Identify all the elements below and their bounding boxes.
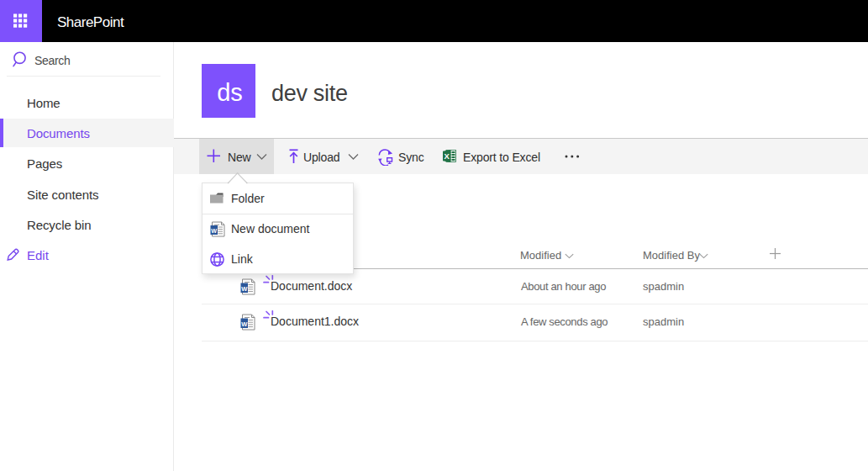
- svg-text:W: W: [241, 320, 248, 328]
- svg-text:W: W: [211, 227, 217, 235]
- svg-text:X: X: [445, 151, 450, 161]
- svg-text:W: W: [241, 285, 248, 293]
